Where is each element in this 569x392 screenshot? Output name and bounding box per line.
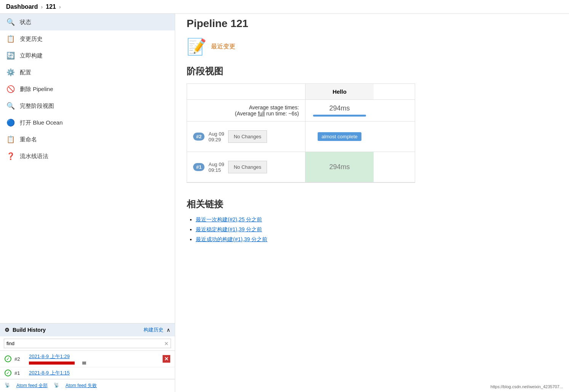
- stage-progress-bar: [313, 115, 366, 117]
- stage-avg-time: 294ms: [313, 104, 366, 112]
- sidebar-label-history: 变更历史: [20, 35, 43, 43]
- recent-changes-link[interactable]: 最近变更: [211, 43, 235, 51]
- build-info-2: 2021-8-9 上午1:29: [29, 353, 82, 365]
- build-badge-2[interactable]: #2: [193, 133, 205, 141]
- related-link-item: 最近一次构建(#2),25 分之前: [196, 216, 558, 223]
- no-changes-cell-2: No Changes: [228, 130, 267, 143]
- breadcrumb-sep2: ›: [59, 4, 61, 10]
- sidebar-nav: 🔍 状态 📋 变更历史 🔄 立即构建 ⚙️ 配置 🚫 删除 Pipeline 🔍: [0, 14, 175, 323]
- collapse-icon[interactable]: ∧: [166, 327, 170, 333]
- build-date-2[interactable]: 2021-8-9 上午1:29: [29, 353, 82, 360]
- build-date-1[interactable]: 2021-8-9 上午1:15: [29, 370, 70, 376]
- related-links-section: 相关链接 最近一次构建(#2),25 分之前 最近稳定构建(#1),39 分之前…: [187, 198, 558, 243]
- rename-icon: 📋: [6, 135, 15, 144]
- build-datetime-1: Aug 09 09:15: [208, 162, 224, 173]
- full-stage-icon: 🔍: [6, 101, 15, 110]
- sidebar-item-pipeline-syntax[interactable]: ❓ 流水线语法: [0, 148, 175, 165]
- blue-ocean-icon: 🔵: [6, 118, 15, 127]
- breadcrumb-num[interactable]: 121: [46, 3, 56, 10]
- stage-build-cell-2: almost complete: [305, 122, 374, 152]
- sidebar-item-delete[interactable]: 🚫 删除 Pipeline: [0, 81, 175, 98]
- build-num-2: #2: [14, 356, 26, 362]
- notebook-icon: 📝: [187, 37, 206, 56]
- build-now-icon: 🔄: [6, 51, 15, 60]
- build-info-1: 2021-8-9 上午1:15: [29, 370, 70, 376]
- search-input[interactable]: [4, 339, 171, 348]
- url-bar: https://blog.csdn.net/weixin_4235707...: [491, 384, 563, 389]
- build-list-item[interactable]: ✓ #1 2021-8-9 上午1:15: [0, 367, 175, 379]
- build-history-right: 构建历史 ∧: [144, 326, 170, 333]
- avg-label: Average stage times:: [193, 104, 299, 110]
- stage-build-row-1: #1 Aug 09 09:15 No Changes 294ms: [187, 152, 415, 182]
- stage-avg-cell: 294ms: [305, 100, 374, 121]
- sidebar-item-rename[interactable]: 📋 重命名: [0, 131, 175, 148]
- build-progress-end-2: [82, 362, 86, 365]
- build-delete-btn-2[interactable]: ✕: [163, 355, 170, 363]
- atom-icon-2: 📡: [54, 382, 59, 389]
- stage-build-row-2: #2 Aug 09 09:29 No Changes almost comple…: [187, 122, 415, 152]
- sidebar-item-blue-ocean[interactable]: 🔵 打开 Blue Ocean: [0, 114, 175, 131]
- build-history-icon: ⚙: [5, 327, 10, 333]
- stage-build-cell-1: 294ms: [305, 152, 374, 182]
- sidebar-item-history[interactable]: 📋 变更历史: [0, 30, 175, 47]
- build-success-icon: ✓: [5, 355, 11, 362]
- stage-left-header: [187, 84, 305, 99]
- page-title: Pipeline 121: [187, 18, 558, 30]
- build-list-item[interactable]: ✓ #2 2021-8-9 上午1:29 ✕: [0, 351, 175, 367]
- sidebar-item-build-now[interactable]: 🔄 立即构建: [0, 47, 175, 64]
- notepad-icon: 📋: [6, 34, 15, 43]
- sidebar-label-build-now: 立即构建: [20, 52, 43, 59]
- stage-avg-row: Average stage times: (Average full run t…: [187, 100, 415, 122]
- sidebar: 🔍 状态 📋 变更历史 🔄 立即构建 ⚙️ 配置 🚫 删除 Pipeline 🔍: [0, 14, 175, 392]
- search-clear-icon[interactable]: ✕: [164, 341, 169, 347]
- related-link-1[interactable]: 最近稳定构建(#1),39 分之前: [196, 226, 262, 232]
- sidebar-item-full-stage[interactable]: 🔍 完整阶段视图: [0, 98, 175, 114]
- search-icon: 🔍: [6, 18, 15, 27]
- sidebar-label-pipeline-syntax: 流水线语法: [20, 153, 48, 160]
- cell-time-1: 294ms: [329, 163, 350, 171]
- sidebar-label-rename: 重命名: [20, 136, 37, 143]
- sidebar-item-config[interactable]: ⚙️ 配置: [0, 64, 175, 81]
- build-history-header[interactable]: ⚙ Build History 构建历史 ∧: [0, 323, 175, 336]
- help-icon: ❓: [6, 152, 15, 161]
- delete-icon: 🚫: [6, 85, 15, 94]
- sidebar-item-status[interactable]: 🔍 状态: [0, 14, 175, 30]
- stage-build-left-1: #1 Aug 09 09:15 No Changes: [187, 152, 305, 182]
- search-box-wrapper: ✕: [0, 336, 175, 351]
- related-link-item: 最近成功的构建(#1),39 分之前: [196, 236, 558, 243]
- atom-feed-all[interactable]: Atom feed 全部: [16, 382, 48, 389]
- related-link-0[interactable]: 最近一次构建(#2),25 分之前: [196, 216, 262, 222]
- build-num-1: #1: [14, 370, 26, 376]
- recent-changes-section: 📝 最近变更: [187, 37, 558, 56]
- sidebar-label-config: 配置: [20, 69, 31, 76]
- build-history-label: Build History: [13, 327, 46, 333]
- stage-col-hello: Hello: [305, 84, 374, 99]
- build-badge-1[interactable]: #1: [193, 163, 205, 171]
- related-link-item: 最近稳定构建(#1),39 分之前: [196, 226, 558, 233]
- stage-avg-left: Average stage times: (Average full run t…: [187, 100, 305, 121]
- related-link-2[interactable]: 最近成功的构建(#1),39 分之前: [196, 236, 267, 242]
- content-area: Pipeline 121 📝 最近变更 阶段视图 Hello Average s…: [175, 14, 569, 392]
- build-history-link[interactable]: 构建历史: [144, 326, 163, 333]
- sidebar-label-blue-ocean: 打开 Blue Ocean: [20, 119, 63, 126]
- breadcrumb-sep1: ›: [41, 4, 43, 10]
- breadcrumb: Dashboard › 121 ›: [0, 0, 569, 14]
- sidebar-footer: 📡 Atom feed 全部 📡 Atom feed 失败: [0, 379, 175, 392]
- build-history-section: ⚙ Build History 构建历史 ∧ ✕ ✓ #2 2021-8-9 上…: [0, 323, 175, 392]
- build-success-icon: ✓: [5, 370, 11, 376]
- stage-view-title: 阶段视图: [187, 65, 558, 77]
- sidebar-label-full-stage: 完整阶段视图: [20, 102, 54, 110]
- gear-icon: ⚙️: [6, 68, 15, 77]
- build-datetime-2: Aug 09 09:29: [208, 131, 224, 142]
- atom-feed-fail[interactable]: Atom feed 失败: [66, 382, 97, 389]
- stage-view-container: Hello Average stage times: (Average full…: [187, 83, 415, 183]
- sidebar-label-delete: 删除 Pipeline: [20, 86, 53, 93]
- related-links-title: 相关链接: [187, 198, 558, 210]
- related-links-list: 最近一次构建(#2),25 分之前 最近稳定构建(#1),39 分之前 最近成功…: [187, 216, 558, 243]
- stage-header-row: Hello: [187, 84, 415, 100]
- breadcrumb-dashboard[interactable]: Dashboard: [6, 3, 38, 10]
- build-history-title: ⚙ Build History: [5, 327, 46, 333]
- sidebar-label-status: 状态: [20, 19, 31, 26]
- avg-subtext: (Average full run time: ~6s): [193, 110, 299, 117]
- build-progress-bar-2: [29, 362, 75, 365]
